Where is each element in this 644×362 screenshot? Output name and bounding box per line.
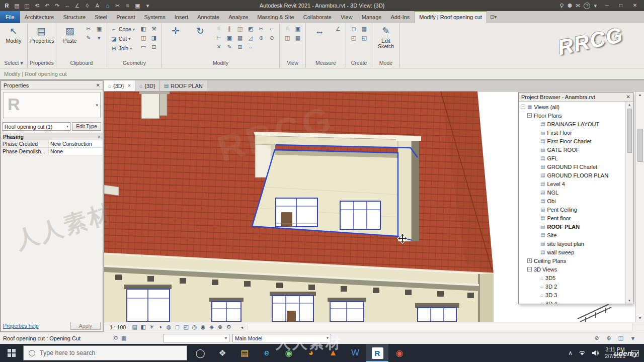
tree-item-floor-plans[interactable]: −Floor Plans <box>519 111 625 120</box>
tree-item-views-all[interactable]: −▦Views (all) <box>519 103 625 111</box>
mirror-pick-icon[interactable]: ◩ <box>246 25 256 33</box>
taskbar-clock[interactable]: 3:11 PM 2/7/2021 <box>605 346 625 359</box>
demolish-icon[interactable]: ⚒ <box>149 25 159 33</box>
revit-icon[interactable]: R <box>366 344 388 362</box>
tree-item-gfl[interactable]: ▤GFL <box>519 154 625 162</box>
action-center-icon[interactable] <box>631 350 639 356</box>
drawing-scrollbar-horizontal[interactable] <box>247 324 633 330</box>
scale-button[interactable]: 1 : 100 <box>106 324 129 330</box>
window-5[interactable] <box>415 303 459 322</box>
measure-tool-button[interactable]: ↔ <box>308 25 331 37</box>
close-hidden-windows-icon[interactable]: ▣ <box>293 25 303 33</box>
comments-icon[interactable]: ✉ <box>576 3 580 9</box>
tree-item-wall-sweep[interactable]: ▤wall sweep <box>519 248 625 256</box>
workset-selector[interactable]: ▾ <box>163 334 229 342</box>
switch-windows-ribbon-icon[interactable]: ▦ <box>293 34 303 42</box>
rotate-button[interactable]: ↻ <box>189 25 211 37</box>
scroll-up-icon[interactable]: ▲ <box>628 102 631 108</box>
window-3[interactable] <box>270 292 316 322</box>
start-button[interactable] <box>0 344 23 362</box>
create-panel-label[interactable]: Create <box>346 59 372 68</box>
search-icon[interactable]: ⚲ <box>559 3 564 9</box>
move-button[interactable]: ✛ <box>165 25 187 37</box>
worksharing-display-icon[interactable]: ⚙ <box>224 324 233 330</box>
property-row-phase-created[interactable]: Phase CreatedNew Construction <box>1 140 103 148</box>
properties-header[interactable]: Properties ✕ <box>1 81 103 90</box>
tree-item-site[interactable]: ▤Site <box>519 231 625 239</box>
create-parts-icon[interactable]: ◱ <box>359 34 369 42</box>
scroll-down-icon[interactable]: ▼ <box>628 298 631 304</box>
temporary-view-properties-icon[interactable]: ◈ <box>207 324 216 330</box>
create-similar-icon[interactable]: ◻ <box>349 25 359 33</box>
match-properties-icon[interactable]: ✎ <box>224 43 234 51</box>
paint-icon[interactable]: ◧ <box>138 25 148 33</box>
window-1[interactable] <box>124 285 172 322</box>
ribbon-tab-architecture[interactable]: Architecture <box>20 11 59 23</box>
edge-icon[interactable]: e <box>256 344 278 362</box>
viewport[interactable]: Project Browser - Anambra.rvt ✕ −▦Views … <box>104 92 644 322</box>
type-selector[interactable]: Roof opening cut (1) ▾ <box>3 122 70 131</box>
selection-filter-icon[interactable]: ▼ <box>629 335 637 341</box>
tree-item-ground-fl-charlet[interactable]: ▤GROUND Fl Charlet <box>519 162 625 171</box>
ribbon-tab-insert[interactable]: Insert <box>170 11 193 23</box>
tree-item-3d-3[interactable]: ⌂3D 3 <box>519 291 625 299</box>
copy-to-clipboard-icon[interactable]: ▣ <box>94 25 104 33</box>
chimney[interactable] <box>139 92 170 119</box>
unpin-icon[interactable]: ⊖ <box>267 34 277 42</box>
properties-help-link[interactable]: Properties help <box>3 323 39 329</box>
create-group-icon[interactable]: ▦ <box>359 25 369 33</box>
tree-item-roof-plan[interactable]: ▤ROOF PLAN <box>519 222 625 231</box>
detail-level-icon[interactable]: ▤ <box>130 324 139 330</box>
ribbon-tab-collaborate[interactable]: Collaborate <box>299 11 336 23</box>
split-element-icon[interactable]: ✂ <box>256 25 266 33</box>
collapse-icon[interactable]: − <box>527 267 532 272</box>
modify-panel-label[interactable]: Modify <box>162 59 279 68</box>
tree-item-3d-4[interactable]: ⌂3D 4 <box>519 299 625 304</box>
array-icon[interactable]: ▦ <box>235 34 245 42</box>
chrome-icon-2[interactable]: ◉ <box>388 344 411 362</box>
ribbon-tab-steel[interactable]: Steel <box>90 11 112 23</box>
constraints-icon[interactable]: ⊗ <box>216 324 224 330</box>
aligned-dimension-ribbon-icon[interactable]: ∠ <box>333 25 343 33</box>
ribbon-tab-view[interactable]: View <box>336 11 357 23</box>
window-2[interactable] <box>209 298 244 322</box>
minimize-button[interactable]: ─ <box>600 0 614 11</box>
firefox-icon[interactable]: ◕ <box>300 344 322 362</box>
dormer-window-1[interactable] <box>276 198 317 227</box>
measure-icon[interactable]: ↔ <box>62 0 72 11</box>
copy-icon[interactable]: ▣ <box>224 34 234 42</box>
measure-panel-label[interactable]: Measure <box>306 59 346 68</box>
edit-sketch-button[interactable]: ✎Edit Sketch <box>375 25 397 49</box>
delete-icon[interactable]: ✕ <box>214 43 224 51</box>
drawing-scroll-up-icon[interactable]: ▲ <box>638 92 642 99</box>
volume-icon[interactable] <box>592 350 599 356</box>
word-icon[interactable]: W <box>344 344 366 362</box>
crop-view-icon[interactable]: ◻ <box>173 324 182 330</box>
type-preview[interactable]: R ▾ <box>3 92 101 118</box>
expand-icon[interactable]: + <box>527 258 532 263</box>
aligned-dimension-icon[interactable]: ∠ <box>72 0 82 11</box>
chrome-icon[interactable]: ◉ <box>278 344 300 362</box>
mode-panel-label[interactable]: Mode <box>372 59 399 68</box>
save-icon[interactable]: ◫ <box>22 0 32 11</box>
tree-item-pent-ceiling[interactable]: ▤Pent Ceiling <box>519 205 625 214</box>
select-panel-label[interactable]: Select ▾ <box>0 59 27 68</box>
vlc-icon[interactable]: ▲ <box>322 344 344 362</box>
ribbon-tab-analyze[interactable]: Analyze <box>224 11 253 23</box>
type-preview-caret-icon[interactable]: ▾ <box>96 103 98 108</box>
autodesk-account-icon[interactable]: ⚉ <box>567 3 572 9</box>
tree-item-ceiling-plans[interactable]: +Ceiling Plans <box>519 256 625 265</box>
edit-type-button[interactable]: Edit Type <box>72 122 101 131</box>
collapse-icon[interactable]: − <box>527 113 532 118</box>
mirror-axis-icon[interactable]: ◫ <box>235 25 245 33</box>
switch-windows-icon[interactable]: ▣ <box>133 0 142 11</box>
offset-icon[interactable]: ∥ <box>224 25 234 33</box>
text-icon[interactable]: A <box>93 0 102 11</box>
view-tab-3d-2[interactable]: ⌂{3D} <box>135 80 159 91</box>
scale-icon[interactable]: ◿ <box>246 34 256 42</box>
phasing-collapse-icon[interactable]: ∧ <box>97 134 101 139</box>
show-crop-region-icon[interactable]: ◰ <box>182 324 190 330</box>
extend-icon[interactable]: ⊢ <box>214 34 224 42</box>
join-elements-icon[interactable]: ⊞ <box>235 43 245 51</box>
design-options-icon[interactable]: ▦ <box>120 335 128 341</box>
